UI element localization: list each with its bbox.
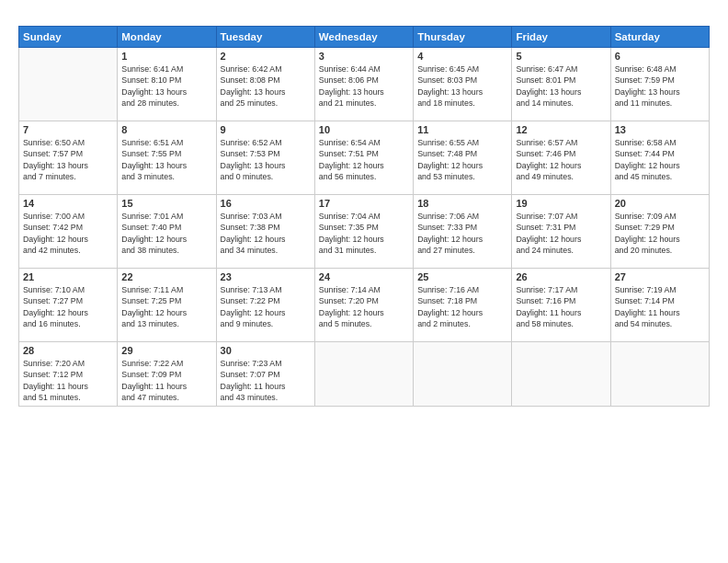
day-number: 13 — [615, 124, 705, 135]
day-info: Sunrise: 6:51 AMSunset: 7:55 PMDaylight:… — [121, 137, 211, 182]
calendar-cell: 24Sunrise: 7:14 AMSunset: 7:20 PMDayligh… — [314, 269, 413, 342]
day-number: 3 — [319, 51, 409, 62]
calendar-cell: 28Sunrise: 7:20 AMSunset: 7:12 PMDayligh… — [19, 342, 118, 407]
day-number: 4 — [417, 51, 507, 62]
day-number: 11 — [417, 124, 507, 135]
calendar-cell: 13Sunrise: 6:58 AMSunset: 7:44 PMDayligh… — [610, 121, 709, 195]
day-info: Sunrise: 7:13 AMSunset: 7:22 PMDaylight:… — [221, 284, 311, 329]
day-number: 20 — [615, 198, 705, 209]
calendar-cell: 20Sunrise: 7:09 AMSunset: 7:29 PMDayligh… — [610, 195, 709, 269]
day-number: 14 — [23, 198, 113, 209]
day-number: 5 — [516, 51, 606, 62]
calendar-cell: 9Sunrise: 6:52 AMSunset: 7:53 PMDaylight… — [216, 121, 314, 195]
day-number: 12 — [516, 124, 606, 135]
day-info: Sunrise: 7:23 AMSunset: 7:07 PMDaylight:… — [221, 358, 311, 403]
calendar-cell: 22Sunrise: 7:11 AMSunset: 7:25 PMDayligh… — [118, 269, 216, 342]
day-number: 2 — [221, 51, 311, 62]
calendar-cell: 3Sunrise: 6:44 AMSunset: 8:06 PMDaylight… — [314, 48, 413, 121]
calendar-cell: 4Sunrise: 6:45 AMSunset: 8:03 PMDaylight… — [414, 48, 512, 121]
day-info: Sunrise: 7:16 AMSunset: 7:18 PMDaylight:… — [417, 284, 507, 329]
calendar-cell: 11Sunrise: 6:55 AMSunset: 7:48 PMDayligh… — [414, 121, 512, 195]
day-info: Sunrise: 6:55 AMSunset: 7:48 PMDaylight:… — [417, 137, 507, 182]
calendar-cell: 12Sunrise: 6:57 AMSunset: 7:46 PMDayligh… — [512, 121, 610, 195]
calendar-cell — [19, 48, 118, 121]
day-number: 6 — [615, 51, 705, 62]
day-info: Sunrise: 7:06 AMSunset: 7:33 PMDaylight:… — [417, 211, 507, 256]
day-info: Sunrise: 6:48 AMSunset: 7:59 PMDaylight:… — [615, 63, 705, 109]
day-info: Sunrise: 7:22 AMSunset: 7:09 PMDaylight:… — [121, 358, 211, 403]
calendar-cell: 8Sunrise: 6:51 AMSunset: 7:55 PMDaylight… — [118, 121, 216, 195]
day-number: 9 — [221, 124, 311, 135]
calendar-cell: 21Sunrise: 7:10 AMSunset: 7:27 PMDayligh… — [19, 269, 118, 342]
calendar-cell: 16Sunrise: 7:03 AMSunset: 7:38 PMDayligh… — [216, 195, 314, 269]
day-number: 17 — [319, 198, 409, 209]
day-info: Sunrise: 6:44 AMSunset: 8:06 PMDaylight:… — [319, 63, 409, 109]
calendar-cell: 18Sunrise: 7:06 AMSunset: 7:33 PMDayligh… — [414, 195, 512, 269]
day-header-monday: Monday — [118, 27, 216, 48]
day-info: Sunrise: 6:42 AMSunset: 8:08 PMDaylight:… — [221, 63, 311, 109]
day-number: 22 — [121, 271, 211, 282]
day-info: Sunrise: 7:11 AMSunset: 7:25 PMDaylight:… — [121, 284, 211, 329]
day-number: 18 — [417, 198, 507, 209]
day-number: 19 — [516, 198, 606, 209]
day-info: Sunrise: 7:09 AMSunset: 7:29 PMDaylight:… — [615, 211, 705, 256]
calendar-cell: 17Sunrise: 7:04 AMSunset: 7:35 PMDayligh… — [314, 195, 413, 269]
day-number: 28 — [23, 345, 113, 356]
day-info: Sunrise: 6:58 AMSunset: 7:44 PMDaylight:… — [615, 137, 705, 182]
day-number: 8 — [121, 124, 211, 135]
day-info: Sunrise: 6:45 AMSunset: 8:03 PMDaylight:… — [417, 63, 507, 109]
day-header-wednesday: Wednesday — [314, 27, 413, 48]
day-info: Sunrise: 7:04 AMSunset: 7:35 PMDaylight:… — [319, 211, 409, 256]
calendar-cell: 14Sunrise: 7:00 AMSunset: 7:42 PMDayligh… — [19, 195, 118, 269]
day-number: 7 — [23, 124, 113, 135]
day-header-sunday: Sunday — [19, 27, 118, 48]
day-number: 25 — [417, 271, 507, 282]
day-number: 15 — [121, 198, 211, 209]
calendar-cell: 19Sunrise: 7:07 AMSunset: 7:31 PMDayligh… — [512, 195, 610, 269]
calendar: SundayMondayTuesdayWednesdayThursdayFrid… — [18, 26, 710, 407]
calendar-cell: 29Sunrise: 7:22 AMSunset: 7:09 PMDayligh… — [118, 342, 216, 407]
day-info: Sunrise: 6:41 AMSunset: 8:10 PMDaylight:… — [121, 63, 211, 109]
calendar-cell — [414, 342, 512, 407]
calendar-cell: 25Sunrise: 7:16 AMSunset: 7:18 PMDayligh… — [414, 269, 512, 342]
day-number: 21 — [23, 271, 113, 282]
calendar-cell: 15Sunrise: 7:01 AMSunset: 7:40 PMDayligh… — [118, 195, 216, 269]
day-info: Sunrise: 7:20 AMSunset: 7:12 PMDaylight:… — [23, 358, 113, 403]
day-number: 30 — [221, 345, 311, 356]
day-number: 29 — [121, 345, 211, 356]
calendar-cell: 23Sunrise: 7:13 AMSunset: 7:22 PMDayligh… — [216, 269, 314, 342]
calendar-cell — [512, 342, 610, 407]
calendar-cell: 6Sunrise: 6:48 AMSunset: 7:59 PMDaylight… — [610, 48, 709, 121]
day-header-saturday: Saturday — [610, 27, 709, 48]
day-info: Sunrise: 7:07 AMSunset: 7:31 PMDaylight:… — [516, 211, 606, 256]
day-info: Sunrise: 6:52 AMSunset: 7:53 PMDaylight:… — [221, 137, 311, 182]
day-number: 16 — [221, 198, 311, 209]
calendar-cell: 10Sunrise: 6:54 AMSunset: 7:51 PMDayligh… — [314, 121, 413, 195]
calendar-cell: 26Sunrise: 7:17 AMSunset: 7:16 PMDayligh… — [512, 269, 610, 342]
day-header-thursday: Thursday — [414, 27, 512, 48]
day-info: Sunrise: 7:10 AMSunset: 7:27 PMDaylight:… — [23, 284, 113, 329]
day-info: Sunrise: 6:47 AMSunset: 8:01 PMDaylight:… — [516, 63, 606, 109]
day-info: Sunrise: 7:03 AMSunset: 7:38 PMDaylight:… — [221, 211, 311, 256]
calendar-cell: 2Sunrise: 6:42 AMSunset: 8:08 PMDaylight… — [216, 48, 314, 121]
day-number: 10 — [319, 124, 409, 135]
calendar-cell: 7Sunrise: 6:50 AMSunset: 7:57 PMDaylight… — [19, 121, 118, 195]
calendar-cell — [314, 342, 413, 407]
day-number: 1 — [121, 51, 211, 62]
calendar-cell: 27Sunrise: 7:19 AMSunset: 7:14 PMDayligh… — [610, 269, 709, 342]
day-number: 24 — [319, 271, 409, 282]
day-number: 26 — [516, 271, 606, 282]
calendar-cell — [610, 342, 709, 407]
day-header-tuesday: Tuesday — [216, 27, 314, 48]
day-number: 27 — [615, 271, 705, 282]
calendar-cell: 30Sunrise: 7:23 AMSunset: 7:07 PMDayligh… — [216, 342, 314, 407]
day-info: Sunrise: 6:54 AMSunset: 7:51 PMDaylight:… — [319, 137, 409, 182]
day-info: Sunrise: 6:57 AMSunset: 7:46 PMDaylight:… — [516, 137, 606, 182]
day-info: Sunrise: 7:17 AMSunset: 7:16 PMDaylight:… — [516, 284, 606, 329]
day-number: 23 — [221, 271, 311, 282]
day-info: Sunrise: 7:01 AMSunset: 7:40 PMDaylight:… — [121, 211, 211, 256]
calendar-cell: 5Sunrise: 6:47 AMSunset: 8:01 PMDaylight… — [512, 48, 610, 121]
day-info: Sunrise: 7:14 AMSunset: 7:20 PMDaylight:… — [319, 284, 409, 329]
day-header-friday: Friday — [512, 27, 610, 48]
day-info: Sunrise: 7:00 AMSunset: 7:42 PMDaylight:… — [23, 211, 113, 256]
